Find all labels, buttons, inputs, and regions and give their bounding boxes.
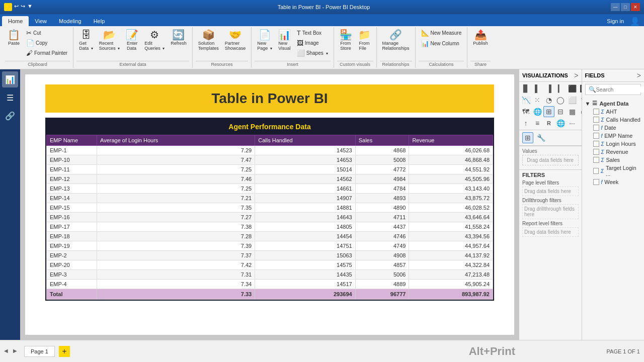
values-drop-zone[interactable]: Drag data fields here xyxy=(522,155,579,165)
vis-table[interactable]: ⊞ xyxy=(543,106,554,117)
page-1-tab[interactable]: Page 1 xyxy=(24,346,55,357)
vis-more[interactable]: ··· xyxy=(567,118,578,129)
page-prev-btn[interactable]: ◀ xyxy=(4,348,11,355)
tab-home[interactable]: Home xyxy=(2,16,29,26)
new-page-btn[interactable]: 📄 NewPage ▾ xyxy=(255,28,275,52)
th-emp-name[interactable]: EMP Name xyxy=(47,135,97,146)
vis-column-chart[interactable]: ▎ xyxy=(555,83,566,94)
close-btn[interactable]: ✕ xyxy=(631,3,640,11)
data-view-icon[interactable]: ☰ xyxy=(2,89,18,106)
relationships-view-icon[interactable]: 🔗 xyxy=(2,108,18,124)
solution-templates-btn[interactable]: 📦 SolutionTemplates xyxy=(196,28,221,52)
redo-btn[interactable]: ↪ xyxy=(21,3,25,11)
field-checkbox[interactable] xyxy=(593,179,599,185)
copy-btn[interactable]: 📄 Copy xyxy=(24,38,70,48)
vis-format-tab[interactable]: 🔧 xyxy=(535,132,546,143)
field-checkbox[interactable] xyxy=(593,168,599,174)
vis-stacked-col[interactable]: ⬛ xyxy=(567,83,578,94)
field-checkbox[interactable] xyxy=(593,125,599,131)
field-item[interactable]: Σ Target Login ... xyxy=(585,164,641,178)
tab-modeling[interactable]: Modeling xyxy=(53,16,88,26)
vis-matrix[interactable]: ⊟ xyxy=(555,106,566,117)
format-painter-btn[interactable]: 🖌 Format Painter xyxy=(24,48,70,58)
vis-stacked-bar[interactable]: ▌ xyxy=(532,83,543,94)
image-btn[interactable]: 🖼Image xyxy=(294,38,331,48)
search-input[interactable] xyxy=(596,86,645,93)
report-canvas[interactable]: Table in Power BI Agent Performance Data… xyxy=(25,74,514,335)
vis-treemap[interactable]: ▦ xyxy=(567,106,578,117)
refresh-btn[interactable]: 🔄 Refresh xyxy=(168,28,189,47)
publish-btn[interactable]: 📤 Publish xyxy=(470,28,491,47)
page-level-drop-zone[interactable]: Drag data fields here xyxy=(522,187,579,196)
visualizations-expand[interactable]: > xyxy=(574,71,578,79)
recent-sources-btn[interactable]: 📂 RecentSources ▾ xyxy=(97,28,123,52)
vis-map[interactable]: 🗺 xyxy=(520,106,531,117)
quick-access[interactable]: ▼ xyxy=(27,3,33,11)
vis-funnel[interactable]: ▽ xyxy=(578,95,582,106)
table-visual[interactable]: Agent Performance Data EMP Name Average … xyxy=(45,118,494,301)
page-next-btn[interactable]: ▶ xyxy=(13,348,20,355)
vis-card[interactable]: ▭ xyxy=(578,106,582,117)
vis-area-chart[interactable]: 📉 xyxy=(520,95,531,106)
fields-expand[interactable]: > xyxy=(637,71,641,79)
field-checkbox[interactable] xyxy=(593,149,599,155)
field-checkbox[interactable] xyxy=(593,141,599,147)
from-store-btn[interactable]: 🏪 FromStore xyxy=(337,28,355,52)
report-level-drop-zone[interactable]: Drag data fields here xyxy=(522,227,579,237)
field-item[interactable]: f Date xyxy=(585,124,641,132)
vis-donut[interactable]: ◯ xyxy=(555,95,566,106)
vis-waterfall[interactable]: ⬜ xyxy=(567,95,578,106)
tab-help[interactable]: Help xyxy=(88,16,111,26)
tab-view[interactable]: View xyxy=(29,16,53,26)
vis-fields-tab[interactable]: ⊞ xyxy=(522,132,533,143)
field-item[interactable]: f Week xyxy=(585,178,641,186)
report-view-icon[interactable]: 📊 xyxy=(2,71,18,87)
field-item[interactable]: Σ AHT xyxy=(585,108,641,116)
field-checkbox[interactable] xyxy=(593,157,599,163)
field-item[interactable]: Σ Login Hours xyxy=(585,140,641,148)
enter-data-btn[interactable]: 📝 EnterData xyxy=(123,28,141,52)
th-login-hours[interactable]: Average of Login Hours xyxy=(97,135,255,146)
cut-btn[interactable]: ✂ Cut xyxy=(24,28,70,38)
maximize-btn[interactable]: □ xyxy=(621,3,630,11)
vis-r-script[interactable]: R xyxy=(543,118,554,129)
th-revenue[interactable]: Revenue xyxy=(409,135,493,146)
partner-showcase-btn[interactable]: 🤝 PartnerShowcase xyxy=(222,28,249,52)
minimize-btn[interactable]: — xyxy=(611,3,620,11)
field-checkbox[interactable] xyxy=(593,109,599,115)
paste-btn[interactable]: 📋 Paste xyxy=(5,28,23,47)
vis-filled-map[interactable]: 🌐 xyxy=(532,106,543,117)
user-icon[interactable]: 👤 xyxy=(628,17,642,26)
field-item[interactable]: f EMP Name xyxy=(585,132,641,140)
new-visual-btn[interactable]: 📊 NewVisual xyxy=(276,28,293,52)
field-category-header[interactable]: ▼ ☰ Agent Data xyxy=(585,99,641,108)
field-checkbox[interactable] xyxy=(593,133,599,139)
th-calls-handled[interactable]: Calls Handled xyxy=(255,135,355,146)
sign-in-link[interactable]: Sign in xyxy=(603,16,628,26)
field-item[interactable]: Σ Revenue xyxy=(585,148,641,156)
undo-btn[interactable]: ↩ xyxy=(14,3,19,11)
edit-queries-btn[interactable]: ⚙ EditQueries ▾ xyxy=(142,28,167,52)
drillthrough-drop-zone[interactable]: Drag drillthrough fields here xyxy=(522,204,579,219)
add-page-btn[interactable]: + xyxy=(59,346,70,357)
field-item[interactable]: Σ Sales xyxy=(585,156,641,164)
manage-relationships-btn[interactable]: 🔗 ManageRelationships xyxy=(380,28,412,52)
field-item[interactable]: Σ Calls Handled xyxy=(585,116,641,124)
vis-pie[interactable]: ◔ xyxy=(543,95,554,106)
new-column-btn[interactable]: 📊New Column xyxy=(419,39,464,48)
vis-100pct-bar[interactable]: ▐ xyxy=(543,83,554,94)
th-sales[interactable]: Sales xyxy=(355,135,409,146)
vis-globe[interactable]: 🌐 xyxy=(555,118,566,129)
vis-slicer[interactable]: ≡ xyxy=(532,118,543,129)
field-checkbox[interactable] xyxy=(593,117,599,123)
vis-kpi[interactable]: ↑ xyxy=(520,118,531,129)
vis-scatter[interactable]: ⁙ xyxy=(532,95,543,106)
vis-bar-chart[interactable]: ▊ xyxy=(520,83,531,94)
new-measure-btn[interactable]: 📐New Measure xyxy=(419,28,464,38)
from-file-btn[interactable]: 📁 FromFile xyxy=(356,28,373,52)
table-scroll[interactable]: EMP Name Average of Login Hours Calls Ha… xyxy=(46,135,493,300)
shapes-btn[interactable]: ⬜Shapes ▾ xyxy=(294,48,331,58)
text-box-btn[interactable]: TText Box xyxy=(294,28,331,38)
get-data-btn[interactable]: 🗄 GetData ▾ xyxy=(76,28,96,52)
vis-100pct-col[interactable]: 🔲 xyxy=(578,83,582,94)
